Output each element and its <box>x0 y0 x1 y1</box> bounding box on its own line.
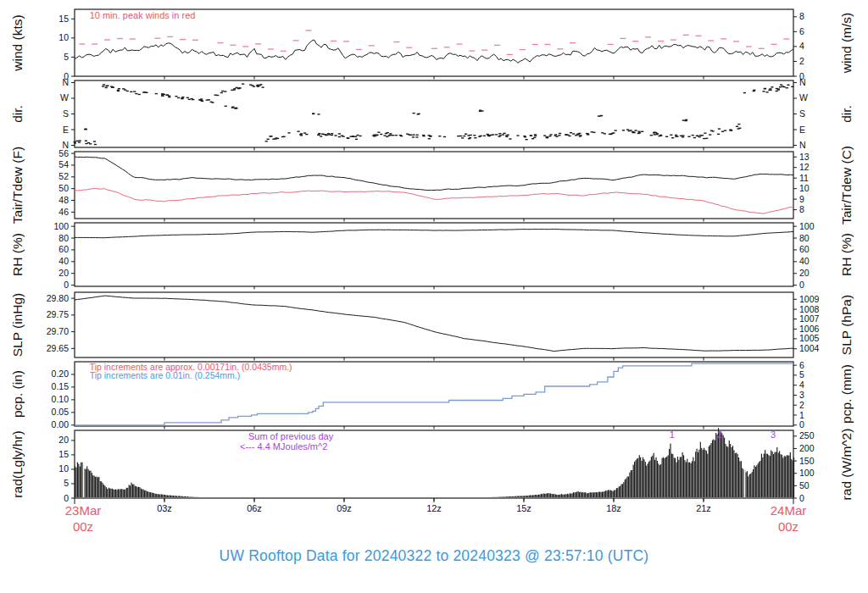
rad-bar <box>698 452 698 497</box>
dir-point <box>74 142 76 143</box>
rad-bar <box>633 465 634 497</box>
dir-point <box>503 133 505 134</box>
rad-bar <box>527 496 528 497</box>
x-start-hour: 00z <box>73 519 93 534</box>
rad-bar <box>654 453 654 497</box>
dir-point <box>705 138 708 139</box>
rad-bar <box>107 489 108 497</box>
rad-bar <box>681 457 682 497</box>
rad-bar <box>81 463 82 497</box>
dir-point <box>771 86 773 87</box>
rad-bar <box>625 479 626 497</box>
rad-ytick-left: 10 <box>58 463 69 474</box>
wind-ytick-right: 6 <box>799 26 804 36</box>
rad-bar <box>173 496 174 497</box>
rh-ytick-right: 0 <box>799 280 804 290</box>
rad-bar <box>642 461 643 497</box>
rad-bar <box>626 479 626 497</box>
rad-bar <box>715 433 716 497</box>
rad-bar <box>640 457 641 497</box>
rad-bar <box>785 457 786 497</box>
rad-bar <box>556 495 557 497</box>
rad-bar <box>660 464 661 497</box>
rad-bar <box>559 495 560 497</box>
rad-bar <box>690 463 691 497</box>
rad-bar <box>523 496 524 497</box>
dir-point <box>412 136 415 137</box>
x-tick-label: 03z <box>157 503 172 513</box>
slp-ytick-left: 29.80 <box>47 293 69 303</box>
rad-bar <box>519 496 520 497</box>
dir-point <box>85 143 87 144</box>
rad-bar <box>594 492 595 497</box>
rad-bar <box>692 461 693 497</box>
dir-ytick-left: N <box>62 77 69 87</box>
rad-bar <box>697 449 698 497</box>
rad-bar <box>537 495 538 497</box>
rad-bar <box>648 463 648 497</box>
dir-point <box>665 136 668 137</box>
dir-point <box>287 132 290 133</box>
dir-panel <box>75 80 793 147</box>
dir-point <box>352 136 354 137</box>
rad-annotation: <--- 4.4 MJoules/m^2 <box>240 441 327 452</box>
wind-ytick-right: 8 <box>799 11 804 21</box>
rad-bar <box>116 490 117 497</box>
rad-bar <box>176 496 177 497</box>
rad-bar <box>513 496 514 497</box>
rad-bar <box>110 489 111 497</box>
dir-point <box>312 114 314 114</box>
dir-point <box>412 134 415 135</box>
rad-bar <box>586 493 587 497</box>
rad-bar <box>680 457 681 497</box>
slp-ytick-left: 29.65 <box>47 343 69 353</box>
rad-bar <box>632 470 632 497</box>
rad-bar <box>144 490 145 497</box>
y-axis-label-left-rh: RH (%) <box>10 233 25 276</box>
dir-point <box>548 136 551 136</box>
dir-point <box>117 90 120 91</box>
rad-bar <box>635 460 636 497</box>
rad-bar <box>780 454 781 497</box>
dir-point <box>417 114 420 114</box>
dir-point <box>654 134 656 135</box>
rad-bar <box>678 460 679 497</box>
rad-ytick-left: 15 <box>58 449 69 459</box>
dir-point <box>783 86 786 87</box>
dir-point <box>297 130 299 131</box>
rad-bar <box>132 485 133 497</box>
rad-bar <box>159 494 159 497</box>
dir-point <box>457 136 459 136</box>
slp-ytick-right: 1009 <box>799 294 820 304</box>
dir-point <box>168 95 170 96</box>
rad-bar <box>741 461 742 497</box>
rad-bar <box>136 486 136 497</box>
dir-point <box>341 136 343 136</box>
dir-point <box>238 87 241 88</box>
rad-bar <box>615 490 615 497</box>
rad-bar <box>153 493 153 497</box>
tair_tdew-ytick-right: 10 <box>799 183 810 193</box>
rad-bar <box>588 493 589 497</box>
rad-bar <box>604 491 605 497</box>
rad-bar <box>732 447 732 497</box>
dir-point <box>327 133 330 134</box>
rad-bar <box>100 481 101 497</box>
y-axis-label-left-rad: rad(Lgly/hr) <box>10 430 25 497</box>
dir-point <box>377 131 380 132</box>
rad-bar <box>547 493 548 497</box>
dir-point <box>338 136 341 137</box>
dir-point <box>386 136 388 137</box>
rad-bar <box>550 493 551 497</box>
dir-point <box>422 135 425 136</box>
rad-bar <box>643 457 643 497</box>
rad-ytick-left: 0 <box>64 493 69 503</box>
dir-point <box>200 100 203 101</box>
dir-point <box>682 136 684 137</box>
rad-bar <box>710 443 711 497</box>
rad-bar <box>530 495 531 497</box>
rh-ytick-right: 40 <box>799 256 810 266</box>
dir-point <box>483 136 486 136</box>
rad-bar <box>147 491 148 497</box>
rad-bar <box>127 488 128 497</box>
